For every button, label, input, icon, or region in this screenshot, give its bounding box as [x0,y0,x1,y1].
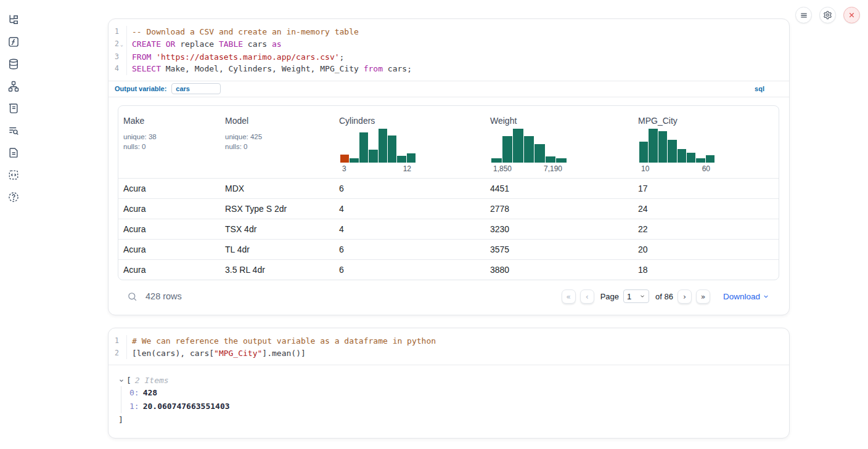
histogram-bar [369,150,377,163]
table-header-row: Make unique: 38nulls: 0 Model unique: 42… [118,106,779,178]
histogram-bar [534,144,545,163]
histogram-bar [687,153,695,163]
sql-cell: 1 -- Download a CSV and create an in-mem… [108,18,790,315]
search-icon[interactable] [127,291,137,302]
histogram-bar [388,136,396,163]
language-badge[interactable]: sql [755,85,764,92]
column-header-cylinders[interactable]: Cylinders 312 [334,106,485,178]
histogram-bar [359,132,368,162]
hist-min-label: 10 [641,164,649,173]
column-header-model[interactable]: Model unique: 425nulls: 0 [220,106,334,178]
sql-result-table-output: Make unique: 38nulls: 0 Model unique: 42… [108,97,789,304]
hist-min-label: 3 [342,164,346,173]
document-icon[interactable] [7,147,20,159]
dependency-graph-icon[interactable] [7,80,20,92]
histogram-bar [340,155,349,163]
code-snippet-icon[interactable] [7,169,20,181]
data-table: Make unique: 38nulls: 0 Model unique: 42… [118,105,779,280]
collapse-chevron-icon[interactable] [118,378,125,384]
histogram-bar [639,142,648,163]
code-line: 3 FROM 'https://datasets.marimo.app/cars… [108,51,789,63]
histogram-bar [678,149,686,163]
table-row[interactable]: Acura3.5 RL 4dr6388018 [118,259,779,280]
tree-root: [ 2 Items [118,376,779,385]
column-header-mpg-city[interactable]: MPG_City 1060 [633,106,779,178]
tree-item: 1:20.060747663551403 [129,400,779,413]
code-line: 1 # We can reference the output variable… [108,335,789,347]
column-header-weight[interactable]: Weight 1,8507,190 [485,106,633,178]
pagination: « ‹ Page 1 of 86 › » Download [562,289,769,304]
histogram-bar [513,129,523,163]
scroll-logs-icon[interactable] [7,102,20,115]
cylinders-histogram[interactable] [340,129,416,163]
menu-button[interactable] [795,7,812,23]
histogram-bar [524,136,534,163]
item-value: 428 [139,388,157,397]
mpg-city-histogram[interactable] [639,129,714,163]
histogram-bar [556,158,567,163]
download-button[interactable]: Download [723,292,769,301]
close-bracket: ] [118,413,779,426]
code-line: 1 -- Download a CSV and create an in-mem… [108,26,789,38]
code-line: 2⌄ CREATE OR replace TABLE cars as [108,38,789,51]
weight-histogram[interactable] [491,129,567,163]
histogram-bar [668,140,676,163]
database-icon[interactable] [7,58,20,70]
histogram-bar [658,131,667,163]
histogram-bar [649,129,657,163]
table-row[interactable]: AcuraRSX Type S 2dr4277824 [118,198,779,219]
histogram-bar [397,156,406,163]
item-key: 0: [129,388,139,397]
output-variable-bar: Output variable: sql [108,81,789,97]
histogram-bar [502,136,513,163]
shutdown-close-button[interactable] [843,7,860,23]
hist-max-label: 12 [403,164,411,173]
unique-stat: unique: 425 [225,132,328,142]
settings-gear-button[interactable] [819,7,836,23]
code-line: 2 [len(cars), cars["MPG_City"].mean()] [108,347,789,360]
left-sidebar [0,0,27,449]
table-footer: 428 rows « ‹ Page 1 of 86 › » Download [118,280,779,304]
table-row[interactable]: AcuraMDX6445117 [118,178,779,198]
fold-chevron-icon[interactable]: ⌄ [119,38,125,51]
nulls-stat: nulls: 0 [225,142,328,152]
hist-min-label: 1,850 [493,164,512,173]
histogram-bar [350,158,358,163]
list-search-icon[interactable] [7,124,20,137]
tree-items: 0:428 1:20.060747663551403 [121,386,779,413]
of-pages-label: of 86 [655,292,673,301]
prev-page-button[interactable]: ‹ [580,289,594,304]
histogram-bar [407,153,416,162]
first-page-button[interactable]: « [562,289,576,304]
code-line: 4 SELECT Make, Model, Cylinders, Weight,… [108,63,789,75]
function-square-icon[interactable] [7,36,20,48]
histogram-bar [379,129,387,163]
next-page-button[interactable]: › [678,289,692,304]
python-cell: 1 # We can reference the output variable… [108,328,790,439]
open-bracket: [ [126,376,131,385]
column-header-make[interactable]: Make unique: 38nulls: 0 [118,106,220,178]
tree-item: 0:428 [129,386,779,400]
page-select[interactable]: 1 [623,289,649,303]
output-variable-input[interactable] [171,83,221,94]
python-code-editor[interactable]: 1 # We can reference the output variable… [108,328,789,365]
table-row[interactable]: AcuraTSX 4dr4323022 [118,219,779,239]
chevron-down-icon [763,293,769,300]
items-count-label: 2 Items [131,376,169,385]
row-count: 428 rows [145,291,182,301]
output-variable-label: Output variable: [115,85,166,92]
item-value: 20.060747663551403 [139,402,230,411]
histogram-bar [696,158,705,163]
page-label: Page [600,292,619,301]
histogram-bar [706,155,714,163]
histogram-bar [491,158,502,163]
sql-code-editor[interactable]: 1 -- Download a CSV and create an in-mem… [108,19,789,81]
help-circle-icon[interactable] [7,191,20,203]
last-page-button[interactable]: » [696,289,710,304]
hist-max-label: 7,190 [544,164,562,173]
file-tree-icon[interactable] [7,14,20,26]
table-row[interactable]: AcuraTL 4dr6357520 [118,239,779,259]
window-controls [795,7,860,23]
python-output-tree: [ 2 Items 0:428 1:20.060747663551403 ] [108,365,789,426]
item-key: 1: [129,402,139,411]
